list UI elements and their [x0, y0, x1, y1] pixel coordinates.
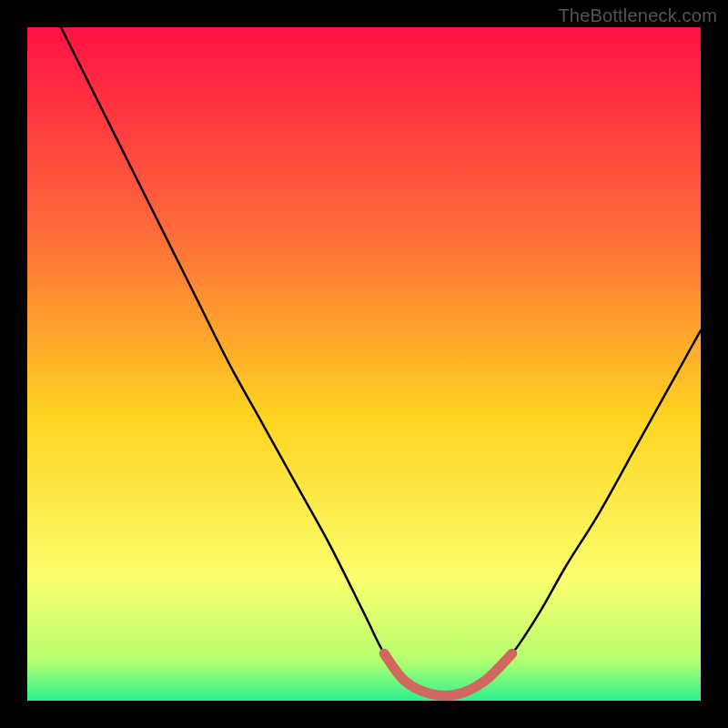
- gradient-background: [27, 27, 701, 701]
- chart-svg: [27, 27, 701, 701]
- watermark-label: TheBottleneck.com: [558, 5, 717, 26]
- chart-frame: TheBottleneck.com: [0, 0, 728, 728]
- plot-area: [27, 27, 701, 701]
